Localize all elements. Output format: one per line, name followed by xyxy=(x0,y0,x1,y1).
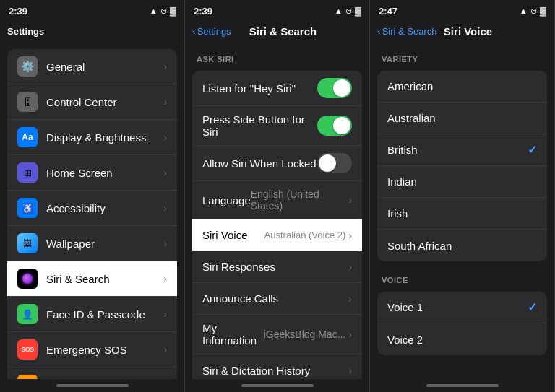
back-label-3: Siri & Search xyxy=(382,26,437,37)
announce-calls-label: Announce Calls xyxy=(202,292,348,305)
language-chevron: › xyxy=(348,194,352,206)
row-announce-calls[interactable]: Announce Calls › xyxy=(192,283,362,315)
home-bar-3 xyxy=(426,384,499,387)
row-emergency[interactable]: SOS Emergency SOS › xyxy=(7,332,177,367)
home-screen-icon: ⊞ xyxy=(17,162,38,183)
panel-siri-search: 2:39 ▲ ⊜ ▓ ‹ Settings Siri & Search ASK … xyxy=(185,0,370,392)
variety-american[interactable]: American xyxy=(377,71,547,103)
my-info-value: iGeeksBlog Mac... xyxy=(264,328,346,340)
general-icon: ⚙️ xyxy=(17,56,38,77)
row-general[interactable]: ⚙️ General › xyxy=(7,49,177,84)
wallpaper-label: Wallpaper xyxy=(46,238,163,250)
siri-history-label: Siri & Dictation History xyxy=(202,365,348,377)
status-time-3: 2:47 xyxy=(379,6,397,17)
home-screen-chevron: › xyxy=(163,167,167,178)
faceid-label: Face ID & Passcode xyxy=(46,308,163,321)
status-icons-1: ▲ ⊜ ▓ xyxy=(150,6,176,16)
british-checkmark: ✓ xyxy=(528,143,537,157)
back-chevron-2: ‹ xyxy=(192,25,196,37)
row-accessibility[interactable]: ♿ Accessibility › xyxy=(7,191,177,226)
row-hey-siri[interactable]: Listen for "Hey Siri" xyxy=(192,71,362,106)
status-bar-1: 2:39 ▲ ⊜ ▓ xyxy=(0,0,184,19)
australian-label: Australian xyxy=(387,112,537,124)
hey-siri-label: Listen for "Hey Siri" xyxy=(202,82,317,95)
emergency-icon: SOS xyxy=(17,339,38,360)
siri-dot xyxy=(22,274,33,284)
ask-siri-group: Listen for "Hey Siri" Press Side Button … xyxy=(192,71,362,379)
settings-group-main: ⚙️ General › 🎛 Control Center › Aa Displ… xyxy=(7,49,177,379)
status-time-1: 2:39 xyxy=(9,6,27,17)
siri-history-chevron: › xyxy=(348,365,352,376)
status-bar-2: 2:39 ▲ ⊜ ▓ xyxy=(185,0,369,19)
row-siri-history[interactable]: Siri & Dictation History › xyxy=(192,354,362,379)
control-center-icon: 🎛 xyxy=(17,92,38,112)
row-my-info[interactable]: My Information iGeeksBlog Mac... › xyxy=(192,315,362,354)
back-chevron-3: ‹ xyxy=(377,25,381,37)
my-info-chevron: › xyxy=(348,328,352,340)
row-language[interactable]: Language English (United States) › xyxy=(192,181,362,219)
emergency-label: Emergency SOS xyxy=(46,344,163,356)
row-side-button[interactable]: Press Side Button for Siri xyxy=(192,106,362,146)
wifi-icon-2: ⊜ xyxy=(345,6,352,16)
battery-icon-2: ▓ xyxy=(355,6,361,15)
row-siri-responses[interactable]: Siri Responses › xyxy=(192,251,362,283)
home-indicator-2 xyxy=(185,379,369,392)
signal-icon-1: ▲ xyxy=(150,6,158,15)
indian-label: Indian xyxy=(387,175,537,188)
battery-icon-1: ▓ xyxy=(170,6,176,15)
british-label: British xyxy=(387,144,528,156)
variety-irish[interactable]: Irish xyxy=(377,198,547,230)
voice2-label: Voice 2 xyxy=(387,334,537,346)
voice2-row[interactable]: Voice 2 xyxy=(377,323,547,355)
faceid-chevron: › xyxy=(163,308,167,320)
south-african-label: South African xyxy=(387,240,537,252)
row-control-center[interactable]: 🎛 Control Center › xyxy=(7,84,177,120)
voice-header: VOICE xyxy=(370,266,554,287)
row-home-screen[interactable]: ⊞ Home Screen › xyxy=(7,155,177,191)
row-siri[interactable]: Siri & Search › xyxy=(7,261,177,297)
variety-indian[interactable]: Indian xyxy=(377,166,547,198)
siri-label: Siri & Search xyxy=(46,273,163,285)
variety-south-african[interactable]: South African xyxy=(377,230,547,261)
voice1-row[interactable]: Voice 1 ✓ xyxy=(377,292,547,323)
back-button-3[interactable]: ‹ Siri & Search xyxy=(377,25,437,37)
home-bar-1 xyxy=(56,384,129,387)
siri-voice-content: VARIETY American Australian British ✓ In… xyxy=(370,45,554,379)
row-display[interactable]: Aa Display & Brightness › xyxy=(7,120,177,155)
siri-chevron: › xyxy=(163,273,167,284)
voice-group: Voice 1 ✓ Voice 2 xyxy=(377,292,547,355)
side-button-toggle[interactable] xyxy=(317,116,352,136)
wifi-icon-1: ⊜ xyxy=(160,6,167,16)
nav-bar-1: Settings xyxy=(0,19,184,45)
battery-icon-3: ▓ xyxy=(540,6,546,15)
nav-bar-2: ‹ Settings Siri & Search xyxy=(185,19,369,45)
row-when-locked[interactable]: Allow Siri When Locked xyxy=(192,146,362,181)
wallpaper-icon: 🖼 xyxy=(17,233,38,253)
when-locked-toggle[interactable] xyxy=(317,153,352,173)
siri-voice-value: Australian (Voice 2) xyxy=(264,230,346,240)
siri-voice-chevron: › xyxy=(348,230,352,241)
accessibility-icon: ♿ xyxy=(17,198,38,218)
row-exposure[interactable]: ☣ Exposure Notifications › xyxy=(7,367,177,379)
control-center-chevron: › xyxy=(163,96,167,108)
variety-australian[interactable]: Australian xyxy=(377,103,547,134)
panel-settings: 2:39 ▲ ⊜ ▓ Settings ⚙️ General › 🎛 Contr… xyxy=(0,0,185,392)
hey-siri-knob xyxy=(333,79,350,97)
variety-header: VARIETY xyxy=(370,45,554,66)
wallpaper-chevron: › xyxy=(163,238,167,249)
hey-siri-toggle[interactable] xyxy=(317,78,352,98)
row-siri-voice[interactable]: Siri Voice Australian (Voice 2) › xyxy=(192,219,362,251)
row-faceid[interactable]: 👤 Face ID & Passcode › xyxy=(7,297,177,332)
back-button-2[interactable]: ‹ Settings xyxy=(192,25,231,37)
panel-siri-voice: 2:47 ▲ ⊜ ▓ ‹ Siri & Search Siri Voice VA… xyxy=(370,0,555,392)
variety-british[interactable]: British ✓ xyxy=(377,134,547,166)
side-button-label: Press Side Button for Siri xyxy=(202,113,317,138)
status-bar-3: 2:47 ▲ ⊜ ▓ xyxy=(370,0,554,19)
siri-voice-label: Siri Voice xyxy=(202,229,264,241)
ask-siri-header: ASK SIRI xyxy=(185,45,369,66)
home-indicator-3 xyxy=(370,379,554,392)
row-wallpaper[interactable]: 🖼 Wallpaper › xyxy=(7,226,177,261)
back-label-2: Settings xyxy=(197,26,231,37)
siri-responses-chevron: › xyxy=(348,261,352,273)
emergency-chevron: › xyxy=(163,344,167,355)
